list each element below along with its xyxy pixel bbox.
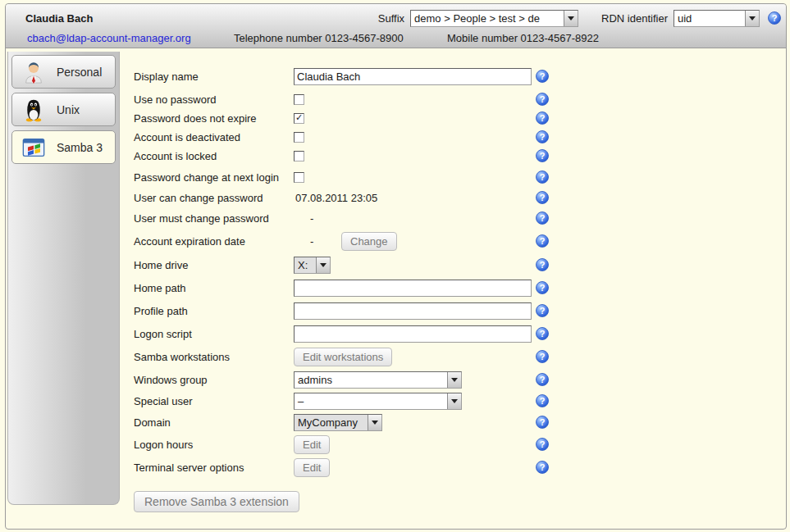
form-row: Terminal server options Edit ?	[134, 457, 567, 477]
field-label: Account is deactivated	[134, 131, 294, 143]
edit-workstations-button[interactable]: Edit workstations	[294, 348, 392, 366]
help-icon[interactable]: ?	[768, 11, 781, 25]
help-icon[interactable]: ?	[536, 234, 549, 248]
rdn-identifier-select[interactable]: uid	[674, 10, 760, 27]
chevron-down-icon	[745, 11, 759, 26]
terminal-server-edit-button[interactable]: Edit	[294, 458, 330, 477]
account-edit-container: Claudia Bach Suffix demo > People > test…	[5, 3, 787, 530]
profile-path-field[interactable]	[294, 302, 532, 320]
chevron-down-icon	[368, 415, 381, 430]
field-label: Profile path	[134, 305, 294, 317]
special-user-select[interactable]: –	[294, 393, 462, 410]
help-icon[interactable]: ?	[536, 111, 549, 125]
field-label: Account expiration date	[134, 235, 294, 248]
field-label: Windows group	[134, 374, 294, 386]
account-locked-checkbox[interactable]	[294, 151, 304, 161]
tab-personal-label: Personal	[57, 66, 102, 79]
windows-group-select[interactable]: admins	[294, 371, 462, 389]
form-row: Password change at next login ?	[134, 167, 567, 187]
field-label: Home path	[134, 282, 294, 294]
tab-samba3-label: Samba 3	[57, 141, 103, 154]
domain-select[interactable]: MyCompany	[294, 414, 382, 431]
tab-unix[interactable]: Unix	[11, 93, 116, 126]
user-must-change-password-value: -	[294, 212, 318, 225]
field-label: Samba workstations	[134, 351, 294, 363]
help-icon[interactable]: ?	[536, 211, 549, 225]
chevron-down-icon	[447, 372, 461, 388]
field-label: User can change password	[134, 192, 294, 204]
display-name-field[interactable]	[294, 68, 532, 85]
form-row: Logon hours Edit ?	[134, 434, 567, 454]
field-label: Logon script	[134, 328, 294, 340]
change-expiration-button[interactable]: Change	[341, 232, 397, 251]
help-icon[interactable]: ?	[536, 93, 549, 106]
form-row: Samba workstations Edit workstations ?	[134, 347, 567, 366]
help-icon[interactable]: ?	[536, 373, 549, 386]
form-row: Use no password ?	[134, 89, 567, 109]
form-row: Special user – ?	[134, 391, 567, 411]
form-row: Home path ?	[134, 278, 567, 298]
user-can-change-password-value: 07.08.2011 23:05	[294, 192, 377, 204]
module-tabs-sidebar: Personal Unix	[7, 52, 120, 505]
help-icon[interactable]: ?	[536, 327, 549, 340]
form-row: Domain MyCompany ?	[134, 412, 567, 432]
windows-icon	[21, 135, 46, 160]
home-drive-select[interactable]: X:	[294, 257, 331, 274]
form-row: Windows group admins ?	[134, 370, 567, 389]
page-title: Claudia Bach	[25, 12, 93, 25]
home-path-field[interactable]	[294, 280, 532, 297]
help-icon[interactable]: ?	[536, 304, 549, 317]
use-no-password-checkbox[interactable]	[294, 94, 304, 105]
rdn-identifier-label: RDN identifier	[601, 12, 668, 25]
form-row: Profile path ?	[134, 301, 567, 321]
field-label: Terminal server options	[134, 462, 294, 474]
help-icon[interactable]: ?	[536, 350, 549, 363]
form-row: Account is deactivated ?	[134, 127, 567, 147]
form-row: Account expiration date - Change ?	[134, 231, 567, 251]
form-row: User must change password - ?	[134, 208, 567, 228]
help-icon[interactable]: ?	[536, 191, 549, 204]
help-icon[interactable]: ?	[536, 70, 549, 83]
field-label: Logon hours	[134, 439, 294, 451]
form-row: Account is locked ?	[134, 146, 567, 166]
help-icon[interactable]: ?	[536, 281, 549, 294]
field-label: Display name	[134, 70, 294, 83]
account-deactivated-checkbox[interactable]	[294, 132, 304, 143]
remove-samba-extension-button[interactable]: Remove Samba 3 extension	[134, 491, 299, 512]
help-icon[interactable]: ?	[536, 258, 549, 271]
field-label: Password does not expire	[134, 112, 294, 125]
password-change-next-login-checkbox[interactable]	[294, 172, 304, 183]
tab-personal[interactable]: Personal	[11, 55, 116, 89]
help-icon[interactable]: ?	[536, 438, 549, 451]
form-row: Password does not expire ✓ ?	[134, 108, 567, 128]
logon-hours-edit-button[interactable]: Edit	[294, 435, 330, 454]
logon-script-field[interactable]	[294, 325, 532, 343]
help-icon[interactable]: ?	[536, 461, 549, 474]
person-icon	[21, 60, 46, 84]
tux-icon	[21, 98, 46, 122]
form-row: Display name ?	[134, 66, 567, 86]
tab-unix-label: Unix	[57, 103, 80, 116]
help-icon[interactable]: ?	[536, 149, 549, 162]
field-label: Password change at next login	[134, 171, 294, 184]
chevron-down-icon	[447, 393, 461, 409]
field-label: Account is locked	[134, 150, 294, 162]
form-row: Home drive X: ?	[134, 255, 567, 275]
help-icon[interactable]: ?	[536, 394, 549, 407]
field-label: Home drive	[134, 259, 294, 271]
chevron-down-icon	[316, 257, 330, 273]
password-does-not-expire-checkbox[interactable]: ✓	[294, 113, 304, 124]
field-label: Special user	[134, 395, 294, 407]
field-label: User must change password	[134, 212, 294, 225]
help-icon[interactable]: ?	[536, 416, 549, 429]
help-icon[interactable]: ?	[536, 171, 549, 184]
samba3-form: Display name ? Use no password ? Passwor…	[134, 4, 567, 529]
field-label: Domain	[134, 416, 294, 429]
help-icon[interactable]: ?	[536, 130, 549, 143]
account-expiration-value: -	[294, 235, 318, 248]
form-row: Logon script ?	[134, 324, 567, 343]
field-label: Use no password	[134, 93, 294, 106]
tab-samba3[interactable]: Samba 3	[11, 130, 116, 164]
form-row: User can change password 07.08.2011 23:0…	[134, 188, 567, 207]
